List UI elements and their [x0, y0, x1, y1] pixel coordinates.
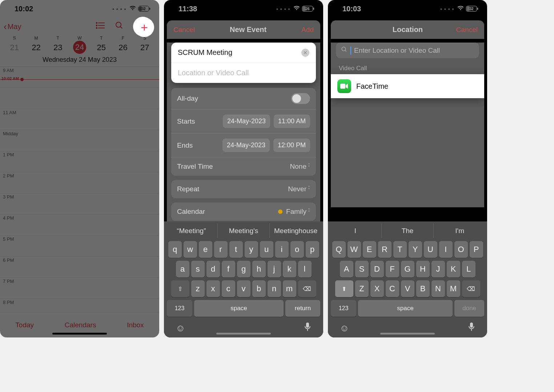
search-icon[interactable] — [115, 21, 124, 32]
key-p[interactable]: P — [470, 241, 483, 258]
travel-time-row[interactable]: Travel Time None˄˅ — [171, 157, 316, 176]
key-o[interactable]: o — [290, 241, 304, 258]
key-p[interactable]: p — [306, 241, 319, 258]
day-cell[interactable]: 22 — [25, 41, 47, 55]
shift-key[interactable]: ⇧ — [171, 280, 189, 297]
dictation-key-icon[interactable] — [304, 322, 312, 335]
home-indicator[interactable] — [216, 333, 271, 335]
home-indicator[interactable] — [52, 333, 107, 335]
key-y[interactable]: y — [245, 241, 258, 258]
list-view-icon[interactable] — [96, 21, 105, 32]
key-h[interactable]: h — [252, 261, 266, 277]
facetime-option[interactable]: FaceTime — [331, 74, 484, 98]
emoji-key-icon[interactable]: ☺ — [176, 323, 185, 334]
key-t[interactable]: T — [393, 241, 407, 258]
key-j[interactable]: j — [268, 261, 281, 277]
event-location-field[interactable]: Location or Video Call — [171, 63, 316, 83]
location-search-input[interactable]: Enter Location or Video Call — [336, 43, 479, 58]
cancel-button[interactable]: Cancel — [456, 26, 478, 34]
key-a[interactable]: A — [340, 261, 353, 277]
key-i[interactable]: i — [275, 241, 289, 258]
dictation-key-icon[interactable] — [467, 322, 475, 335]
key-d[interactable]: d — [206, 261, 220, 277]
key-q[interactable]: q — [168, 241, 182, 258]
clear-text-icon[interactable]: ✕ — [301, 49, 309, 57]
day-cell[interactable]: 25 — [91, 41, 112, 55]
key-g[interactable]: g — [237, 261, 250, 277]
footer-inbox-button[interactable]: Inbox — [127, 321, 144, 329]
key-c[interactable]: C — [386, 280, 399, 297]
key-r[interactable]: r — [214, 241, 228, 258]
key-r[interactable]: R — [378, 241, 392, 258]
key-o[interactable]: O — [454, 241, 468, 258]
suggestion[interactable]: Meeting's — [218, 224, 270, 238]
day-cell[interactable]: 26 — [112, 41, 134, 55]
key-z[interactable]: z — [191, 280, 205, 297]
key-m[interactable]: M — [447, 280, 460, 297]
key-x[interactable]: x — [206, 280, 220, 297]
key-l[interactable]: l — [298, 261, 312, 277]
numbers-key[interactable]: 123 — [167, 300, 192, 317]
suggestion[interactable]: The — [382, 224, 434, 238]
space-key[interactable]: space — [194, 300, 284, 317]
key-z[interactable]: Z — [355, 280, 369, 297]
key-u[interactable]: u — [260, 241, 273, 258]
key-f[interactable]: F — [386, 261, 399, 277]
suggestion[interactable]: I — [329, 224, 382, 238]
key-g[interactable]: G — [401, 261, 414, 277]
key-n[interactable]: N — [431, 280, 445, 297]
end-date-chip[interactable]: 24-May-2023 — [222, 139, 270, 152]
key-f[interactable]: f — [222, 261, 235, 277]
numbers-key[interactable]: 123 — [331, 300, 356, 317]
start-date-chip[interactable]: 24-May-2023 — [223, 115, 270, 128]
key-m[interactable]: m — [283, 280, 296, 297]
backspace-key[interactable]: ⌫ — [298, 280, 316, 297]
space-key[interactable]: space — [358, 300, 453, 317]
key-v[interactable]: V — [401, 280, 414, 297]
day-cell[interactable]: 23 — [47, 41, 69, 55]
key-b[interactable]: b — [252, 280, 266, 297]
add-event-button-highlight[interactable]: + — [135, 17, 154, 37]
allday-toggle[interactable] — [291, 93, 310, 104]
key-w[interactable]: w — [184, 241, 197, 258]
back-to-month-button[interactable]: ‹ May — [4, 21, 21, 32]
day-cell[interactable]: 21 — [4, 41, 25, 55]
start-time-chip[interactable]: 11:00 AM — [274, 115, 310, 128]
key-y[interactable]: Y — [409, 241, 422, 258]
key-a[interactable]: a — [176, 261, 189, 277]
done-key[interactable]: done — [454, 300, 484, 317]
footer-calendars-button[interactable]: Calendars — [65, 321, 96, 329]
key-k[interactable]: k — [283, 261, 296, 277]
return-key[interactable]: return — [285, 300, 320, 317]
key-i[interactable]: I — [439, 241, 453, 258]
key-w[interactable]: W — [348, 241, 361, 258]
home-indicator[interactable] — [380, 333, 435, 335]
key-j[interactable]: J — [431, 261, 445, 277]
key-s[interactable]: S — [355, 261, 369, 277]
suggestion[interactable]: Meetinghouse — [270, 224, 322, 238]
day-cell[interactable]: 27 — [134, 41, 156, 55]
key-q[interactable]: Q — [332, 241, 346, 258]
key-c[interactable]: c — [222, 280, 235, 297]
key-n[interactable]: n — [268, 280, 281, 297]
end-time-chip[interactable]: 12:00 PM — [273, 139, 310, 152]
calendar-row[interactable]: Calendar Family˄˅ — [171, 203, 316, 221]
day-timeline[interactable]: 10:02 AM 9 AM 11 AM Midday 1 PM 2 PM 3 P… — [0, 67, 159, 337]
key-k[interactable]: K — [447, 261, 460, 277]
emoji-key-icon[interactable]: ☺ — [340, 323, 349, 334]
key-x[interactable]: X — [370, 280, 384, 297]
event-title-field[interactable]: SCRUM Meeting ✕ — [171, 43, 316, 63]
add-button[interactable]: Add — [301, 26, 314, 34]
key-h[interactable]: H — [416, 261, 430, 277]
day-cell-selected[interactable]: 24 — [73, 41, 86, 54]
key-u[interactable]: U — [424, 241, 437, 258]
key-e[interactable]: E — [363, 241, 376, 258]
suggestion[interactable]: “Meeting” — [165, 224, 218, 238]
key-b[interactable]: B — [416, 280, 430, 297]
repeat-row[interactable]: Repeat Never˄˅ — [171, 180, 316, 198]
key-v[interactable]: v — [237, 280, 250, 297]
key-t[interactable]: t — [229, 241, 243, 258]
backspace-key[interactable]: ⌫ — [462, 280, 480, 297]
key-s[interactable]: s — [191, 261, 205, 277]
key-l[interactable]: L — [462, 261, 475, 277]
